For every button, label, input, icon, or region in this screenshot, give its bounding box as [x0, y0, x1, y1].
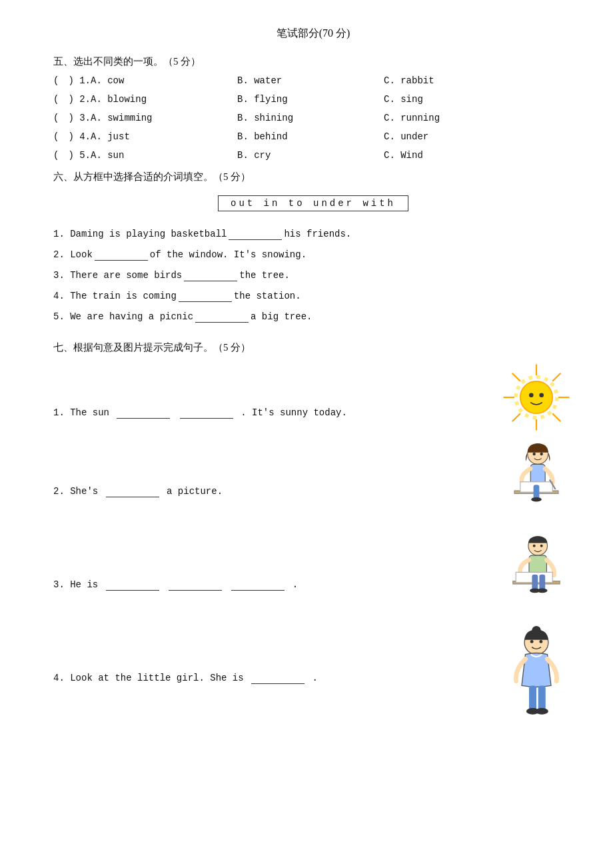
blank[interactable] [95, 249, 148, 261]
blank[interactable] [106, 579, 159, 591]
q5-a-3: A. swimming [91, 113, 237, 123]
blank[interactable] [180, 407, 233, 419]
section7-text-2: 2. She's a picture. [53, 439, 493, 497]
section7-item-2: 2. She's a picture. [53, 439, 573, 527]
svg-point-22 [533, 545, 536, 547]
svg-point-11 [539, 393, 544, 397]
svg-point-30 [537, 589, 547, 593]
question-row-2: ( ) 2. A. blowing B. flying C. sing [53, 93, 573, 105]
svg-rect-36 [538, 685, 546, 711]
word-box-container: out in to under with [53, 190, 573, 219]
q5-num-4: ( ) 4. [53, 131, 91, 143]
section7-img-boy [500, 533, 573, 621]
svg-rect-28 [539, 575, 545, 591]
section7-img-girl1 [500, 439, 573, 527]
blank[interactable] [231, 579, 285, 591]
question-row-3: ( ) 3. A. swimming B. shining C. running [53, 112, 573, 124]
q5-c-5: C. Wind [384, 150, 504, 161]
blank[interactable] [229, 229, 282, 240]
svg-point-32 [532, 626, 541, 635]
q5-b-5: B. cry [237, 150, 384, 161]
section7-title: 七、根据句意及图片提示完成句子。（5 分） [53, 341, 573, 354]
section7-text-3: 3. He is . [53, 533, 493, 591]
blank[interactable] [184, 270, 237, 281]
q5-a-5: A. sun [91, 150, 237, 161]
blank[interactable] [251, 673, 305, 684]
word-box: out in to under with [218, 195, 408, 211]
fill-sentence-5: 5. We are having a picnic a big tree. [53, 311, 573, 323]
page-title: 笔试部分(70 分) [53, 27, 573, 41]
fill-sentence-4: 4. The train is coming the station. [53, 291, 573, 302]
fill-sentence-1: 1. Daming is playing basketball his frie… [53, 229, 573, 240]
q5-num-3: ( ) 3. [53, 112, 91, 124]
svg-point-0 [520, 381, 552, 413]
q5-num-2: ( ) 2. [53, 93, 91, 105]
q5-c-1: C. rabbit [384, 75, 504, 86]
q5-c-4: C. under [384, 131, 504, 142]
blank[interactable] [179, 291, 232, 302]
section7-text-1: 1. The sun . It's sunny today. [53, 361, 493, 419]
q5-a-1: A. cow [91, 75, 237, 86]
section7-items: 1. The sun . It's sunny today. 2. She's … [53, 361, 573, 736]
fill-sentence-2: 2. Look of the window. It's snowing. [53, 249, 573, 261]
q5-num-1: ( ) 1. [53, 75, 91, 87]
fill-sentence-3: 3. There are some birds the tree. [53, 270, 573, 281]
q5-a-2: A. blowing [91, 94, 237, 105]
section7-img-sun [500, 361, 573, 434]
svg-point-10 [529, 393, 534, 397]
blank[interactable] [106, 486, 159, 497]
q5-c-2: C. sing [384, 94, 504, 105]
q5-num-5: ( ) 5. [53, 149, 91, 161]
svg-line-8 [552, 413, 560, 421]
section5-questions: ( ) 1. A. cow B. water C. rabbit ( ) 2. … [53, 75, 573, 161]
q5-a-4: A. just [91, 131, 237, 142]
svg-point-23 [540, 545, 543, 547]
svg-line-7 [512, 413, 520, 421]
section5-title: 五、选出不同类的一项。（5 分） [53, 55, 573, 68]
section7-item-1: 1. The sun . It's sunny today. [53, 361, 573, 434]
question-row-5: ( ) 5. A. sun B. cry C. Wind [53, 149, 573, 161]
q5-b-4: B. behind [237, 131, 384, 142]
blank[interactable] [117, 407, 170, 419]
q5-b-1: B. water [237, 75, 384, 86]
q5-b-3: B. shining [237, 113, 384, 123]
svg-point-13 [533, 453, 536, 455]
blank[interactable] [169, 579, 222, 591]
section7-text-4: 4. Look at the little girl. She is . [53, 626, 493, 684]
blank[interactable] [195, 311, 249, 323]
svg-point-20 [531, 497, 541, 502]
svg-point-38 [536, 708, 548, 715]
section6-sentences: 1. Daming is playing basketball his frie… [53, 229, 573, 332]
section7-item-4: 4. Look at the little girl. She is . [53, 626, 573, 736]
section7-img-girl2 [500, 626, 573, 736]
svg-point-34 [539, 640, 542, 643]
q5-b-2: B. flying [237, 94, 384, 105]
question-row-4: ( ) 4. A. just B. behind C. under [53, 131, 573, 143]
svg-rect-27 [532, 575, 538, 591]
svg-line-5 [512, 373, 520, 381]
q5-c-3: C. running [384, 113, 504, 123]
svg-rect-24 [529, 555, 546, 575]
section7-item-3: 3. He is . [53, 533, 573, 621]
section6-title: 六、从方框中选择合适的介词填空。（5 分） [53, 171, 573, 183]
svg-rect-35 [529, 685, 536, 711]
question-row-1: ( ) 1. A. cow B. water C. rabbit [53, 75, 573, 87]
svg-point-14 [540, 453, 543, 455]
svg-point-33 [530, 640, 534, 643]
svg-line-6 [552, 373, 560, 381]
